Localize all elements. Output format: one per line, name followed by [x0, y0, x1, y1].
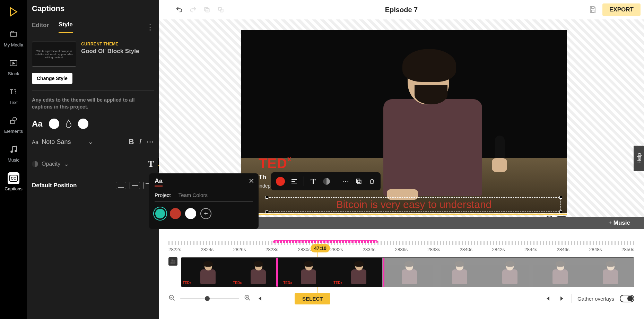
color-swatch[interactable]: [185, 208, 196, 219]
tedx-subtitle: Th: [259, 174, 266, 181]
save-icon[interactable]: [589, 6, 597, 14]
text-color-swatch[interactable]: [49, 119, 59, 129]
stock-icon: [8, 57, 19, 69]
rail-elements[interactable]: Elements: [4, 115, 23, 134]
app-logo-icon: [7, 5, 20, 19]
tab-editor[interactable]: Editor: [32, 22, 49, 33]
svg-rect-15: [591, 10, 594, 12]
gather-overlays-toggle[interactable]: [620, 295, 634, 302]
zoom-slider[interactable]: [180, 298, 239, 299]
rail-label: Stock: [8, 71, 19, 76]
caption-text[interactable]: Bitcoin is very easy to understand: [336, 199, 492, 210]
speaker-figure: [366, 51, 498, 207]
position-middle-button[interactable]: [130, 182, 140, 189]
clip-start-marker[interactable]: [276, 258, 278, 287]
bg-color-swatch[interactable]: [78, 119, 88, 129]
color-tab-project[interactable]: Project: [155, 192, 171, 201]
record-indicator-icon[interactable]: [276, 177, 285, 186]
rail-stock[interactable]: Stock: [8, 57, 19, 76]
chevron-down-icon: ⌄: [88, 138, 93, 146]
elements-icon: [8, 115, 19, 127]
rail-my-media[interactable]: My Media: [4, 28, 23, 48]
font-prefix: Aa: [32, 139, 38, 145]
resize-handle[interactable]: [559, 196, 562, 199]
color-tab-team[interactable]: Team Colors: [179, 192, 208, 201]
redo-button[interactable]: [189, 6, 197, 14]
select-button[interactable]: SELECT: [295, 293, 330, 304]
export-button[interactable]: EXPORT: [602, 3, 641, 16]
theme-name: Good Ol' Block Style: [81, 48, 139, 55]
top-bar: Episode 7 EXPORT: [159, 0, 644, 19]
timeline-controls: SELECT Gather overlays: [168, 291, 634, 306]
text-case-icon[interactable]: Aa: [32, 119, 43, 129]
change-style-button[interactable]: Change Style: [32, 73, 72, 84]
more-options-icon[interactable]: ⋯: [342, 178, 349, 185]
caption-clip-range[interactable]: [273, 240, 378, 243]
left-rail: My Media Stock Text Elements Music CC Ca…: [0, 0, 27, 319]
resize-handle[interactable]: [266, 196, 268, 199]
align-lines-icon[interactable]: [290, 178, 298, 185]
svg-marker-3: [13, 62, 15, 64]
fill-droplet-icon[interactable]: [66, 119, 72, 128]
svg-marker-21: [547, 296, 549, 301]
resize-handle[interactable]: [559, 210, 562, 213]
caption-selection-box[interactable]: Bitcoin is very easy to understand: [267, 197, 561, 212]
rail-music[interactable]: Music: [8, 144, 19, 163]
svg-rect-10: [206, 9, 209, 12]
captions-icon: CC: [8, 172, 19, 184]
project-title[interactable]: Episode 7: [385, 6, 418, 14]
text-t-icon[interactable]: T: [310, 178, 317, 185]
zoom-in-icon[interactable]: [244, 294, 251, 303]
zoom-out-icon[interactable]: [168, 294, 175, 303]
tab-style[interactable]: Style: [59, 21, 73, 33]
color-swatch[interactable]: [155, 208, 166, 219]
color-swatch[interactable]: [170, 208, 181, 219]
paste-button[interactable]: [217, 6, 225, 14]
rail-label: Music: [8, 157, 19, 163]
rail-label: Captions: [5, 186, 22, 191]
panel-more-icon[interactable]: ⋮: [146, 23, 154, 32]
tedx-logo: TEDx: [259, 156, 291, 171]
rail-text[interactable]: Text: [8, 86, 19, 105]
svg-point-7: [15, 150, 17, 152]
font-name: Noto Sans: [42, 138, 71, 146]
trash-icon[interactable]: [368, 178, 376, 185]
text-t-icon[interactable]: T: [148, 159, 154, 169]
more-font-options-icon[interactable]: ⋯: [146, 137, 154, 146]
resize-handle[interactable]: [266, 210, 268, 213]
position-bottom-button[interactable]: [116, 182, 126, 189]
copy-button[interactable]: [203, 6, 211, 14]
video-track-icon[interactable]: 🎥: [168, 257, 177, 266]
opacity-circle-icon[interactable]: [323, 178, 330, 185]
duplicate-icon[interactable]: [355, 178, 363, 185]
opacity-label[interactable]: Opacity: [42, 161, 60, 167]
rail-captions[interactable]: CC Captions: [5, 172, 22, 191]
chevron-down-icon: ⌄: [64, 160, 69, 168]
svg-rect-16: [358, 180, 361, 184]
step-back-button[interactable]: [256, 294, 264, 303]
video-thumb-track[interactable]: TEDx TEDx TEDx TEDx: [181, 257, 634, 287]
timeline-ruler[interactable]: 47:10 2822s2824s2826s 2828s2830s2832s 28…: [159, 236, 644, 256]
italic-button[interactable]: I: [139, 137, 141, 146]
panel-title: Captions: [27, 0, 159, 16]
svg-rect-14: [591, 7, 594, 8]
undo-button[interactable]: [175, 6, 183, 14]
rail-label: Elements: [4, 129, 23, 134]
help-tab[interactable]: Help: [634, 146, 644, 171]
svg-text:CC: CC: [11, 176, 16, 180]
bold-button[interactable]: B: [129, 137, 134, 146]
captions-panel: Captions Editor Style ⋮ This is a previe…: [27, 0, 159, 319]
font-selector[interactable]: Aa Noto Sans ⌄ B I ⋯: [27, 135, 159, 149]
svg-marker-22: [560, 296, 563, 301]
step-forward-button[interactable]: [558, 294, 566, 303]
my-media-icon: [8, 28, 19, 40]
step-back-button-2[interactable]: [544, 294, 552, 303]
text-icon: [8, 86, 19, 98]
close-icon[interactable]: ✕: [249, 177, 254, 185]
add-color-button[interactable]: +: [200, 208, 211, 219]
color-target-icon[interactable]: Aa: [155, 178, 163, 187]
clip-end-marker[interactable]: [383, 258, 384, 287]
swatch-row: Aa: [27, 117, 159, 135]
opacity-icon: [32, 161, 38, 167]
ruler-labels: 2822s2824s2826s 2828s2830s2832s 2834s283…: [168, 247, 634, 252]
